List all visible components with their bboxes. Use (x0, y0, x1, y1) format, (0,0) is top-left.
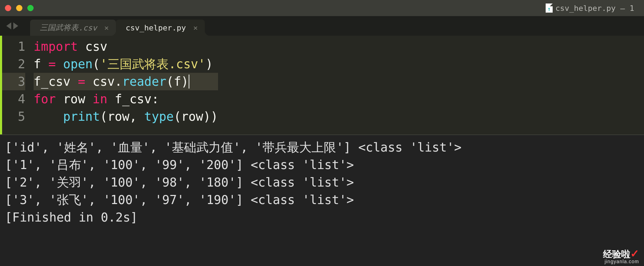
line-number: 3 (0, 73, 25, 90)
code-line[interactable]: for row in f_csv: (34, 90, 218, 108)
line-number-gutter: 12345 (0, 36, 34, 134)
watermark-url: jingyanla.com (603, 259, 639, 264)
code-area[interactable]: import csvf = open('三国武将表.csv')f_csv = c… (34, 36, 218, 134)
watermark: 经验啦✓ jingyanla.com (603, 248, 639, 264)
window-title-area: T csv_helper.py — 1 (0, 4, 644, 13)
code-line[interactable]: import csv (34, 38, 218, 55)
code-line[interactable]: f_csv = csv.reader(f) (34, 73, 218, 90)
window-controls (5, 5, 34, 11)
close-tab-icon[interactable]: × (104, 23, 109, 32)
tab-history-nav (0, 16, 30, 36)
watermark-check-icon: ✓ (630, 248, 639, 259)
console-line: ['3', '张飞', '100', '97', '190'] <class '… (5, 191, 639, 209)
code-line[interactable]: print(row, type(row)) (34, 108, 218, 125)
window-title: csv_helper.py — 1 (555, 4, 634, 13)
console-line: ['2', '关羽', '100', '98', '180'] <class '… (5, 174, 639, 191)
tab-ext: .csv (78, 23, 97, 32)
build-output-panel[interactable]: ['id', '姓名', '血量', '基础武力值', '带兵最大上限'] <c… (0, 134, 644, 266)
nav-forward-icon[interactable] (13, 22, 18, 29)
line-number: 4 (0, 90, 25, 108)
minimize-window-button[interactable] (16, 5, 22, 11)
code-line[interactable]: f = open('三国武将表.csv') (34, 55, 218, 73)
tab-bar: 三国武将表.csv × csv_helper.py × (0, 16, 644, 36)
tab-file-csv[interactable]: 三国武将表.csv × (30, 20, 116, 36)
file-icon: T (546, 4, 553, 13)
nav-back-icon[interactable] (6, 22, 11, 29)
tab-label: 三国武将表 (40, 22, 78, 33)
titlebar: T csv_helper.py — 1 (0, 0, 644, 16)
tab-file-py[interactable]: csv_helper.py × (116, 20, 205, 36)
close-window-button[interactable] (5, 5, 11, 11)
watermark-text: 经验啦 (603, 249, 630, 259)
console-line: [Finished in 0.2s] (5, 209, 639, 226)
console-line: ['1', '吕布', '100', '99', '200'] <class '… (5, 156, 639, 174)
console-line: ['id', '姓名', '血量', '基础武力值', '带兵最大上限'] <c… (5, 139, 639, 156)
editor[interactable]: 12345 import csvf = open('三国武将表.csv')f_c… (0, 36, 644, 134)
line-number: 2 (0, 55, 25, 73)
tab-label: csv_helper.py (126, 23, 186, 32)
line-number: 1 (0, 38, 25, 55)
close-tab-icon[interactable]: × (193, 23, 198, 32)
zoom-window-button[interactable] (27, 5, 34, 11)
line-number: 5 (0, 108, 25, 125)
